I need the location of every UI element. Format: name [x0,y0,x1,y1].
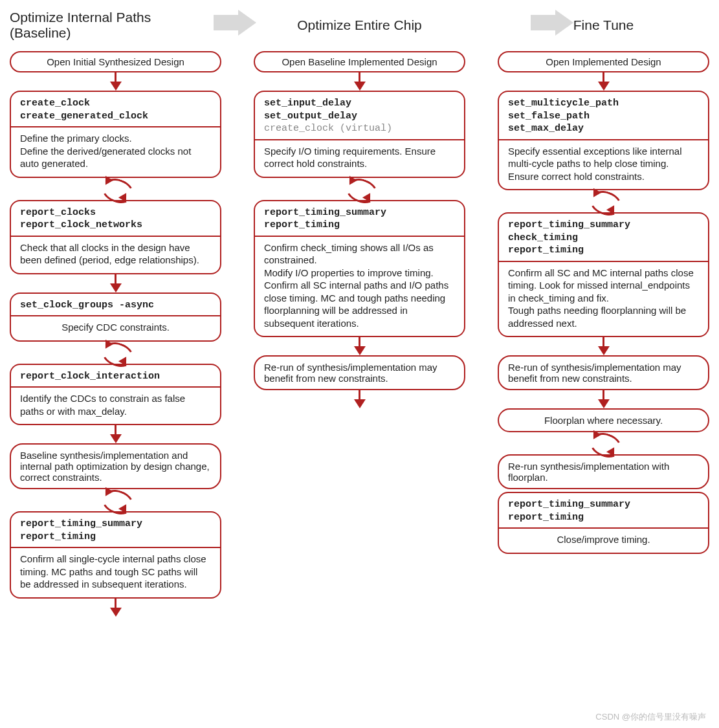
col3-box1: set_multicycle_path set_false_path set_m… [498,91,709,190]
cycle-icon [343,177,377,201]
arrow-icon [598,72,610,91]
col1-title: Optimize Internal Paths (Baseline) [10,10,221,43]
col3-b1-head: set_multicycle_path set_false_path set_m… [499,92,708,140]
col2-b2-body: Confirm check_timing shows all I/Os as c… [255,237,464,336]
col2-b1-head: set_input_delay set_output_delay create_… [255,92,464,140]
arrow-icon [354,337,366,355]
arrow-icon [598,337,610,355]
col2-b2-head: report_timing_summary report_timing [255,201,464,237]
col3-box2: report_timing_summary check_timing repor… [498,212,709,337]
col2-b1-body: Specify I/O timing requirements. Ensure … [255,140,464,177]
cycle-icon [99,488,133,513]
col1-b2-head: report_clocks report_clock_networks [11,201,220,237]
flow-columns: Optimize Internal Paths (Baseline) Open … [10,10,709,617]
col-entire-chip: Optimize Entire Chip Open Baseline Imple… [254,10,465,408]
col1-box1: create_clock create_generated_clock Defi… [10,91,221,178]
arrow-icon [354,390,366,408]
cycle-icon [99,177,133,201]
arrow-icon [110,599,122,617]
cycle-icon [587,189,621,214]
col2-b1-head-faded: create_clock (virtual) [264,123,392,134]
col1-b6-head: report_timing_summary report_timing [11,513,220,548]
col1-b2-body: Check that all clocks in the design have… [11,237,220,273]
col1-box3: set_clock_groups -async Specify CDC cons… [10,292,221,342]
col3-box3: Re-run of synthesis/implementation may b… [498,355,709,390]
col3-b6-body: Close/improve timing. [499,529,708,553]
col1-b1-body: Define the primary clocks. Define the de… [11,127,220,177]
col1-b6-body: Confirm all single-cycle internal paths … [11,548,220,597]
col2-open: Open Baseline Implemented Design [254,51,465,72]
col3-b6-head: report_timing_summary report_timing [499,493,708,529]
col2-box3: Re-run of synthesis/implementation may b… [254,355,465,390]
arrow-icon [110,425,122,443]
col1-b3-body: Specify CDC constraints. [11,316,220,340]
col1-box5: Baseline synthesis/implementation and in… [10,443,221,489]
col3-title: Fine Tune [498,10,709,43]
col1-b4-body: Identify the CDCs to constrain as false … [11,388,220,424]
col3-box6: report_timing_summary report_timing Clos… [498,492,709,554]
col1-open: Open Initial Synthesized Design [10,51,221,72]
col2-title: Optimize Entire Chip [254,10,465,43]
arrow-icon [598,390,610,408]
col-baseline: Optimize Internal Paths (Baseline) Open … [10,10,221,617]
arrow-icon [354,72,366,91]
arrow-icon [110,274,122,292]
col1-b4-head: report_clock_interaction [11,365,220,388]
cycle-icon [587,431,621,456]
col3-open: Open Implemented Design [498,51,709,72]
col2-box2: report_timing_summary report_timing Conf… [254,200,465,338]
col1-box6: report_timing_summary report_timing Conf… [10,511,221,599]
col3-b2-head: report_timing_summary check_timing repor… [499,214,708,262]
col1-box2: report_clocks report_clock_networks Chec… [10,200,221,274]
col2-box1: set_input_delay set_output_delay create_… [254,91,465,178]
col3-b2-body: Confirm all SC and MC internal paths clo… [499,262,708,336]
col3-box4: Floorplan where necessary. [498,408,709,432]
col3-b1-body: Specify essential exceptions like intern… [499,140,708,190]
col2-b1-head-main: set_input_delay set_output_delay [264,98,357,122]
arrow-icon [110,72,122,91]
col3-box5: Re-run synthesis/implementation with flo… [498,454,709,489]
cycle-icon [99,340,133,365]
col1-b3-head: set_clock_groups -async [11,294,220,317]
col1-box4: report_clock_interaction Identify the CD… [10,364,221,426]
col-fine-tune: Fine Tune Open Implemented Design set_mu… [498,10,709,554]
col1-b1-head: create_clock create_generated_clock [11,92,220,127]
